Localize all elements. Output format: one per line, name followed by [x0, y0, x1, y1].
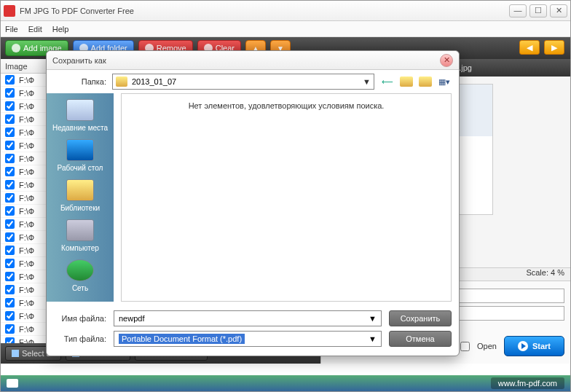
row-filename: F:\Ф [19, 181, 34, 189]
back-button[interactable]: ⟵ [380, 75, 395, 88]
row-filename: F:\Ф [19, 299, 34, 307]
cancel-button[interactable]: Отмена [389, 331, 452, 347]
sidebar-network[interactable]: Сеть [66, 259, 94, 292]
row-checkbox[interactable] [5, 128, 15, 137]
menubar: File Edit Help [1, 21, 570, 37]
row-filename: F:\Ф [19, 338, 34, 344]
app-icon [4, 5, 15, 17]
row-checkbox[interactable] [5, 259, 15, 268]
row-checkbox[interactable] [5, 88, 15, 98]
row-checkbox[interactable] [5, 180, 15, 189]
menu-file[interactable]: File [5, 25, 18, 34]
row-checkbox[interactable] [5, 154, 15, 163]
open-label: Open [477, 342, 497, 350]
row-filename: F:\Ф [19, 273, 34, 281]
sidebar-computer[interactable]: Компьютер [61, 219, 99, 252]
places-sidebar: Недавние места Рабочий стол Библиотеки К… [47, 93, 114, 302]
website-link[interactable]: www.fm-pdf.com [491, 377, 564, 389]
filetype-label: Тип файла: [54, 334, 106, 343]
save-button[interactable]: Сохранить [389, 310, 452, 326]
row-filename: F:\Ф [19, 76, 34, 85]
save-as-dialog: Сохранить как ✕ Папка: 2013_01_07 ▼ ⟵ ▦▾… [46, 50, 460, 356]
row-filename: F:\Ф [19, 89, 34, 98]
status-bar: www.fm-pdf.com [1, 375, 570, 391]
row-filename: F:\Ф [19, 233, 34, 242]
row-filename: F:\Ф [19, 325, 34, 334]
minimize-button[interactable]: — [509, 4, 527, 17]
row-checkbox[interactable] [5, 219, 15, 229]
row-filename: F:\Ф [19, 168, 34, 176]
row-checkbox[interactable] [5, 298, 15, 307]
row-checkbox[interactable] [5, 75, 15, 85]
paypal-icon[interactable] [7, 379, 18, 388]
empty-message: Нет элементов, удовлетворяющих условиям … [189, 101, 385, 110]
row-checkbox[interactable] [5, 246, 15, 255]
prev-button[interactable]: ◀ [519, 40, 540, 55]
folder-label: Папка: [54, 77, 106, 86]
sidebar-recent[interactable]: Недавние места [52, 99, 108, 132]
row-checkbox[interactable] [5, 141, 15, 150]
open-checkbox[interactable] [460, 342, 470, 351]
row-checkbox[interactable] [5, 206, 15, 216]
row-filename: F:\Ф [19, 312, 34, 321]
dialog-close-button[interactable]: ✕ [440, 54, 453, 67]
view-menu-button[interactable]: ▦▾ [437, 75, 452, 88]
dialog-titlebar: Сохранить как ✕ [47, 51, 459, 70]
menu-edit[interactable]: Edit [28, 25, 42, 34]
row-filename: F:\Ф [19, 207, 34, 216]
up-folder-button[interactable] [399, 75, 414, 88]
folder-select[interactable]: 2013_01_07 ▼ [112, 74, 374, 90]
window-title: FM JPG To PDF Converter Free [20, 7, 506, 15]
row-checkbox[interactable] [5, 167, 15, 176]
row-filename: F:\Ф [19, 141, 34, 150]
folder-value: 2013_01_07 [132, 77, 176, 86]
row-filename: F:\Ф [19, 220, 34, 229]
plus-icon [12, 44, 20, 52]
close-button[interactable]: ✕ [550, 4, 567, 17]
new-folder-button[interactable] [418, 75, 433, 88]
row-checkbox[interactable] [5, 324, 15, 334]
row-filename: F:\Ф [19, 286, 34, 294]
dialog-title: Сохранить как [52, 56, 440, 65]
play-icon [518, 341, 528, 351]
filename-label: Имя файла: [54, 314, 106, 323]
maximize-button[interactable]: ☐ [529, 4, 547, 17]
filename-input[interactable]: newpdf▼ [114, 310, 382, 326]
start-button[interactable]: Start [504, 336, 564, 356]
folder-icon [116, 77, 127, 87]
row-filename: F:\Ф [19, 102, 34, 111]
file-browser[interactable]: Нет элементов, удовлетворяющих условиям … [121, 93, 452, 302]
menu-help[interactable]: Help [52, 25, 69, 34]
row-filename: F:\Ф [19, 115, 34, 124]
row-checkbox[interactable] [5, 193, 15, 203]
row-filename: F:\Ф [19, 246, 34, 255]
row-checkbox[interactable] [5, 232, 15, 242]
row-filename: F:\Ф [19, 128, 34, 137]
row-checkbox[interactable] [5, 272, 15, 281]
row-checkbox[interactable] [5, 311, 15, 321]
row-filename: F:\Ф [19, 194, 34, 203]
sidebar-libraries[interactable]: Библиотеки [60, 179, 100, 212]
sidebar-desktop[interactable]: Рабочий стол [58, 139, 103, 172]
next-button[interactable]: ▶ [544, 40, 564, 55]
filetype-select[interactable]: Portable Document Format (*.pdf)▼ [114, 331, 382, 347]
titlebar: FM JPG To PDF Converter Free — ☐ ✕ [1, 1, 570, 21]
row-checkbox[interactable] [5, 337, 15, 343]
chevron-down-icon: ▼ [363, 77, 371, 86]
row-filename: F:\Ф [19, 154, 34, 163]
row-checkbox[interactable] [5, 285, 15, 294]
row-filename: F:\Ф [19, 259, 34, 268]
row-checkbox[interactable] [5, 101, 15, 111]
row-checkbox[interactable] [5, 114, 15, 124]
